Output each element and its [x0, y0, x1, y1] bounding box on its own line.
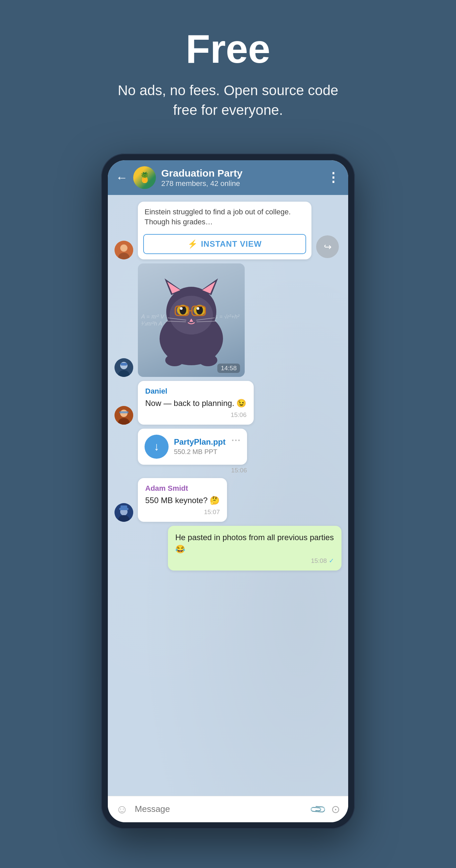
message-input-bar: ☺ 📎 ⊙	[108, 796, 348, 822]
table-row: A = πr² V = l² P = 2πr A = πr² s = √r²+h…	[115, 264, 341, 377]
daniel-message: Daniel Now — back to planning. 😉 15:06	[138, 381, 254, 425]
file-time: 15:06	[138, 467, 247, 474]
sticker-message: A = πr² V = l² P = 2πr A = πr² s = √r²+h…	[138, 264, 245, 377]
iv-preview-text: Einstein struggled to find a job out of …	[138, 202, 311, 231]
adam-message: Adam Smidt 550 MB keynote? 🤔 15:07	[138, 478, 227, 522]
lightning-icon: ⚡	[188, 239, 197, 249]
svg-point-18	[196, 306, 203, 314]
message-time: 15:07	[145, 508, 220, 516]
chat-area: Einstein struggled to find a job out of …	[108, 195, 348, 796]
group-name: Graduation Party	[161, 167, 322, 179]
iv-message-group: Einstein struggled to find a job out of …	[138, 202, 339, 260]
download-button[interactable]: ↓	[145, 435, 169, 459]
avatar	[115, 503, 133, 522]
phone-outer: ← 🍍 Graduation Party 278 members, 42 onl…	[101, 154, 355, 829]
svg-point-17	[180, 306, 186, 314]
file-name: PartyPlan.ppt	[174, 437, 226, 447]
svg-rect-7	[121, 363, 127, 366]
file-info: PartyPlan.ppt 550.2 MB PPT	[174, 437, 226, 456]
avatar	[115, 406, 133, 425]
read-check-icon: ✓	[329, 557, 334, 564]
iv-btn-label: INSTANT VIEW	[201, 239, 262, 249]
share-icon: ↪	[324, 241, 332, 252]
table-row: Daniel Now — back to planning. 😉 15:06	[115, 381, 341, 425]
attach-button[interactable]: 📎	[308, 800, 327, 818]
group-avatar: 🍍	[133, 166, 156, 189]
header-info: Graduation Party 278 members, 42 online	[161, 167, 322, 188]
phone-inner: ← 🍍 Graduation Party 278 members, 42 onl…	[108, 160, 348, 822]
svg-point-29	[165, 354, 184, 366]
share-button[interactable]: ↪	[316, 235, 339, 258]
sender-name: Daniel	[145, 387, 246, 396]
file-options-button[interactable]: ⋯	[231, 435, 240, 446]
cat-sticker	[148, 272, 235, 369]
svg-rect-39	[121, 505, 127, 509]
iv-row: Einstein struggled to find a job out of …	[138, 202, 339, 260]
table-row: ↓ PartyPlan.ppt 550.2 MB PPT ⋯ 15:06	[115, 429, 341, 474]
download-icon: ↓	[154, 440, 159, 453]
message-text: 550 MB keynote? 🤔	[145, 495, 220, 506]
svg-point-3	[121, 245, 127, 251]
message-input[interactable]	[135, 804, 304, 814]
member-count: 278 members, 42 online	[161, 179, 322, 188]
menu-button[interactable]: ⋮	[327, 170, 340, 185]
hero-section: Free No ads, no fees. Open source code f…	[0, 0, 456, 140]
hero-title: Free	[186, 27, 270, 71]
chat-header: ← 🍍 Graduation Party 278 members, 42 onl…	[108, 160, 348, 195]
phone-wrapper: ← 🍍 Graduation Party 278 members, 42 onl…	[101, 154, 355, 829]
file-bubble: ↓ PartyPlan.ppt 550.2 MB PPT ⋯	[138, 429, 247, 465]
svg-point-20	[196, 307, 199, 310]
svg-point-19	[180, 307, 183, 310]
avatar	[115, 358, 133, 377]
back-button[interactable]: ←	[116, 170, 128, 185]
svg-rect-34	[119, 411, 128, 413]
file-message-wrapper: ↓ PartyPlan.ppt 550.2 MB PPT ⋯ 15:06	[138, 429, 247, 474]
message-time: 15:06	[145, 411, 246, 418]
emoji-button[interactable]: ☺	[116, 802, 128, 816]
svg-point-30	[199, 354, 217, 366]
message-text: He pasted in photos from all previous pa…	[175, 532, 334, 555]
instant-view-card: Einstein struggled to find a job out of …	[138, 202, 311, 260]
table-row: He pasted in photos from all previous pa…	[115, 526, 341, 571]
instant-view-button[interactable]: ⚡ INSTANT VIEW	[143, 234, 306, 254]
table-row: Einstein struggled to find a job out of …	[115, 202, 341, 260]
hero-subtitle: No ads, no fees. Open source code free f…	[108, 81, 348, 120]
table-row: Adam Smidt 550 MB keynote? 🤔 15:07	[115, 478, 341, 522]
message-time: 15:08 ✓	[175, 557, 334, 564]
outgoing-message: He pasted in photos from all previous pa…	[168, 526, 341, 571]
camera-button[interactable]: ⊙	[331, 803, 340, 815]
file-size: 550.2 MB PPT	[174, 448, 226, 456]
avatar	[115, 241, 133, 259]
sender-name: Adam Smidt	[145, 484, 220, 493]
message-text: Now — back to planning. 😉	[145, 398, 246, 409]
